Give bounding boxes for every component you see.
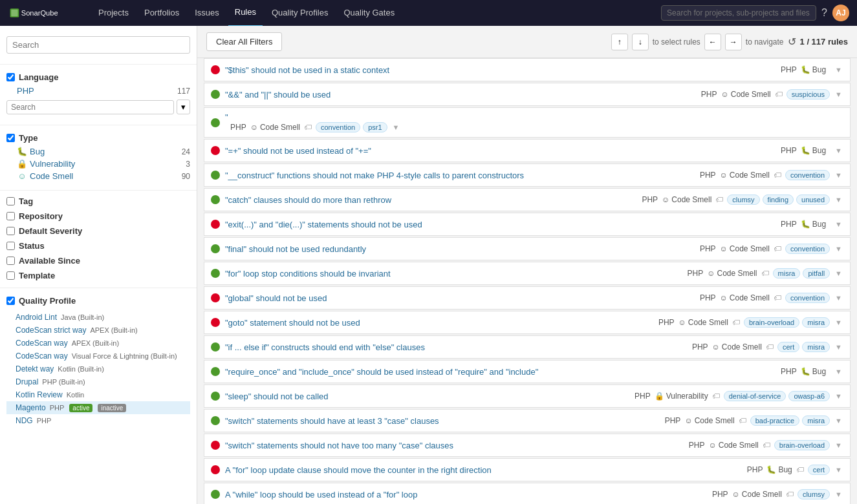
type-codesmell-item[interactable]: ☺ Code Smell 90 <box>6 170 190 182</box>
table-row[interactable]: "__construct" functions should not make … <box>204 163 851 187</box>
table-row[interactable]: "for" loop stop conditions should be inv… <box>204 262 851 285</box>
rule-filter-button[interactable]: ▼ <box>834 490 843 498</box>
template-filter-header[interactable]: Template <box>6 271 190 280</box>
quality-profile-item[interactable]: DrupalPHP (Built-in) <box>6 375 190 388</box>
default-severity-label: Default Severity <box>19 226 82 236</box>
available-since-checkbox[interactable] <box>6 257 15 265</box>
tag-checkbox[interactable] <box>6 197 15 205</box>
table-row[interactable]: "if ... else if" constructs should end w… <box>204 335 851 359</box>
quality-profile-filter-header[interactable]: Quality Profile <box>6 296 190 306</box>
refresh-button[interactable]: ↺ <box>788 36 796 48</box>
nav-quality-gates[interactable]: Quality Gates <box>337 0 401 26</box>
rule-lang: PHP <box>642 195 658 204</box>
quality-profile-item[interactable]: Android LintJava (Built-in) <box>6 311 190 324</box>
table-row[interactable]: "exit(...)" and "die(...)" statements sh… <box>204 213 851 236</box>
rule-lang: PHP <box>665 416 681 425</box>
repository-filter-header[interactable]: Repository <box>6 211 190 221</box>
avatar[interactable]: AJ <box>832 5 849 21</box>
logo[interactable]: SonarQube <box>8 5 79 21</box>
type-checkbox[interactable] <box>6 134 15 142</box>
table-row[interactable]: "sleep" should not be called PHP 🔒 Vulne… <box>204 384 851 408</box>
rule-filter-button[interactable]: ▼ <box>391 123 401 131</box>
table-row[interactable]: "switch" statements should have at least… <box>204 409 851 432</box>
table-row[interactable]: A "while" loop should be used instead of… <box>204 483 851 504</box>
rule-filter-button[interactable]: ▼ <box>834 368 843 375</box>
main-content: Clear All Filters ↑ ↓ to select rules ← … <box>197 26 857 504</box>
table-row[interactable]: "goto" statement should not be used PHP … <box>204 311 851 334</box>
select-up-button[interactable]: ↑ <box>611 34 628 50</box>
rule-type: ☺ Code Smell <box>662 195 711 204</box>
rule-filter-button[interactable]: ▼ <box>834 269 843 277</box>
quality-profile-checkbox[interactable] <box>6 297 15 305</box>
quality-profile-item[interactable]: CodeScan wayVisual Force & Lightning (Bu… <box>6 350 190 362</box>
rule-filter-button[interactable]: ▼ <box>834 66 843 74</box>
language-php-item[interactable]: PHP 117 <box>6 85 190 97</box>
rule-filter-button[interactable]: ▼ <box>834 417 843 425</box>
quality-profile-item[interactable]: CodeScan strict wayAPEX (Built-in) <box>6 324 190 337</box>
nav-portfolios[interactable]: Portfolios <box>138 0 186 26</box>
tag-icon: 🏷 <box>786 490 794 499</box>
type-vulnerability-item[interactable]: 🔒 Vulnerability 3 <box>6 158 190 170</box>
table-row[interactable]: "catch" clauses should do more than reth… <box>204 188 851 211</box>
rule-filter-button[interactable]: ▼ <box>834 343 843 351</box>
navigate-right-button[interactable]: → <box>725 34 742 50</box>
nav-projects[interactable]: Projects <box>92 0 135 26</box>
language-dropdown-button[interactable]: ▾ <box>177 100 190 114</box>
rule-filter-button[interactable]: ▼ <box>834 466 843 474</box>
rule-lang: PHP <box>230 123 246 132</box>
quality-profile-item[interactable]: NDGPHP <box>6 414 190 427</box>
language-filter-header[interactable]: Language <box>6 72 190 82</box>
table-row[interactable]: "switch" statements should not have too … <box>204 434 851 457</box>
language-checkbox[interactable] <box>6 73 15 81</box>
repository-checkbox[interactable] <box>6 212 15 220</box>
help-icon[interactable]: ? <box>821 7 827 19</box>
nav-quality-profiles[interactable]: Quality Profiles <box>265 0 334 26</box>
table-row[interactable]: "&&" and "||" should be used PHP ☺ Code … <box>204 83 851 106</box>
quality-profile-item[interactable]: CodeScan wayAPEX (Built-in) <box>6 337 190 350</box>
table-row[interactable]: "global" should not be used PHP ☺ Code S… <box>204 286 851 310</box>
default-severity-filter-header[interactable]: Default Severity <box>6 226 190 236</box>
select-down-button[interactable]: ↓ <box>632 34 649 50</box>
rule-filter-button[interactable]: ▼ <box>834 90 843 98</box>
table-row[interactable]: "$this" should not be used in a static c… <box>204 58 851 81</box>
type-bug-item[interactable]: 🐛 Bug 24 <box>6 145 190 158</box>
language-search-input[interactable] <box>6 100 174 114</box>
rule-filter-button[interactable]: ▼ <box>834 196 843 204</box>
rule-filter-button[interactable]: ▼ <box>834 220 843 228</box>
nav-rules[interactable]: Rules <box>228 0 263 26</box>
type-filter-header[interactable]: Type <box>6 133 190 143</box>
nav-issues[interactable]: Issues <box>188 0 226 26</box>
rules-list: "$this" should not be used in a static c… <box>197 58 857 504</box>
rule-filter-button[interactable]: ▼ <box>834 319 843 326</box>
tag-filter-header[interactable]: Tag <box>6 196 190 206</box>
rule-filter-button[interactable]: ▼ <box>834 147 843 154</box>
rule-filter-button[interactable]: ▼ <box>834 171 843 179</box>
rule-lang: PHP <box>712 490 728 499</box>
global-search-input[interactable] <box>661 5 816 21</box>
template-checkbox[interactable] <box>6 271 15 280</box>
navigate-left-button[interactable]: ← <box>704 34 721 50</box>
table-row[interactable]: "final" should not be used redundantly P… <box>204 237 851 260</box>
language-sub-search-wrap: ▾ <box>6 100 190 114</box>
search-input[interactable] <box>6 36 190 54</box>
rule-filter-button[interactable]: ▼ <box>834 245 843 253</box>
available-since-filter-header[interactable]: Available Since <box>6 256 190 266</box>
rule-tags: PHP ☺ Code Smell 🏷 misrapitfall ▼ <box>682 268 843 278</box>
severity-indicator <box>211 392 220 401</box>
tag-icon: 🏷 <box>796 465 804 474</box>
table-row[interactable]: "=+" should not be used instead of "+=" … <box>204 139 851 162</box>
quality-profile-item[interactable]: MagentoPHPactiveinactive <box>6 401 190 414</box>
rule-type: ☺ Code Smell <box>721 90 770 99</box>
rule-filter-button[interactable]: ▼ <box>834 294 843 302</box>
table-row[interactable]: " PHP ☺ Code Smell 🏷 conventionpsr1 ▼ <box>204 107 851 138</box>
quality-profile-item[interactable]: Detekt wayKotlin (Built-in) <box>6 362 190 375</box>
quality-profile-item[interactable]: Kotlin ReviewKotlin <box>6 388 190 401</box>
clear-filters-button[interactable]: Clear All Filters <box>206 32 282 51</box>
default-severity-checkbox[interactable] <box>6 227 15 235</box>
table-row[interactable]: "require_once" and "include_once" should… <box>204 360 851 383</box>
table-row[interactable]: A "for" loop update clause should move t… <box>204 458 851 481</box>
status-filter-header[interactable]: Status <box>6 241 190 251</box>
status-checkbox[interactable] <box>6 242 15 250</box>
rule-filter-button[interactable]: ▼ <box>834 392 843 400</box>
rule-filter-button[interactable]: ▼ <box>834 441 843 449</box>
